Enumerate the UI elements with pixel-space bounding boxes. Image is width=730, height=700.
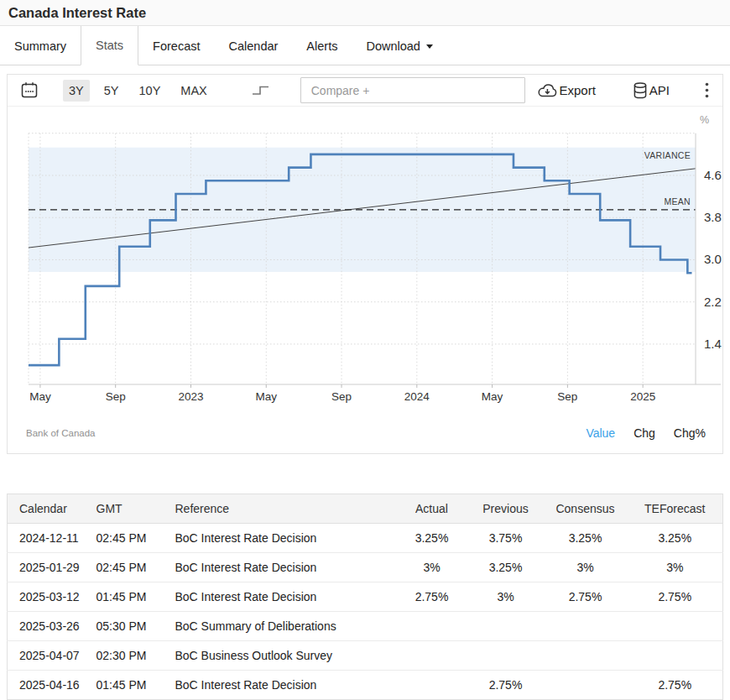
cell-consensus: 3.25%	[544, 524, 628, 553]
link-chgpct[interactable]: Chg%	[674, 426, 706, 440]
cell-gmt: 01:45 PM	[96, 671, 175, 700]
x-tick-label: 2025	[630, 390, 655, 403]
column-header-reference: Reference	[175, 494, 396, 524]
link-chg[interactable]: Chg	[634, 426, 655, 440]
table-row[interactable]: 2025-03-2605:30 PMBoC Summary of Deliber…	[8, 612, 723, 641]
cell-consensus	[544, 612, 628, 641]
cell-gmt: 05:30 PM	[96, 612, 175, 641]
kebab-menu-icon	[705, 82, 709, 98]
cell-teforecast: 3%	[628, 553, 723, 582]
title-bar: Canada Interest Rate	[0, 0, 730, 26]
cell-previous: 2.75%	[468, 671, 544, 700]
x-tick-label: May	[29, 390, 51, 403]
range-5y-button[interactable]: 5Y	[98, 80, 125, 102]
column-header-gmt: GMT	[96, 494, 175, 524]
column-header-previous: Previous	[468, 494, 544, 524]
calendar-table-header: CalendarGMTReferenceActualPreviousConsen…	[8, 494, 723, 524]
tab-label: Alerts	[306, 39, 337, 53]
tab-calendar[interactable]: Calendar	[215, 26, 293, 65]
cell-actual	[396, 671, 468, 700]
column-header-teforecast: TEForecast	[628, 494, 723, 524]
x-tick-label: May	[482, 390, 503, 403]
export-button[interactable]: Export	[536, 82, 595, 99]
cell-previous	[468, 641, 544, 671]
page-title: Canada Interest Rate	[8, 5, 146, 21]
range-10y-button[interactable]: 10Y	[133, 80, 167, 102]
tab-label: Calendar	[229, 39, 279, 53]
cell-consensus	[544, 641, 628, 671]
y-tick-label: 1.4	[704, 337, 722, 351]
cell-calendar: 2024-12-11	[8, 524, 96, 553]
step-line-icon	[252, 84, 270, 97]
cell-actual: 3.25%	[396, 524, 468, 553]
cell-gmt: 02:45 PM	[96, 553, 175, 582]
cell-gmt: 02:45 PM	[96, 524, 175, 553]
cell-actual	[396, 641, 468, 671]
date-range-calendar-button[interactable]	[19, 81, 39, 101]
cell-reference: BoC Interest Rate Decision	[175, 553, 396, 582]
cell-previous: 3.25%	[468, 553, 544, 582]
cell-reference: BoC Interest Rate Decision	[175, 671, 396, 700]
cell-calendar: 2025-03-12	[8, 582, 96, 612]
chart-footer: Bank of Canada ValueChgChg%	[8, 417, 722, 453]
table-row[interactable]: 2025-03-1201:45 PMBoC Interest Rate Deci…	[8, 582, 723, 612]
cell-reference: BoC Business Outlook Survey	[175, 641, 396, 671]
cell-teforecast	[628, 641, 723, 671]
cell-previous: 3.75%	[468, 524, 544, 553]
api-button[interactable]: API	[631, 81, 670, 100]
column-header-calendar: Calendar	[8, 494, 96, 524]
tab-label: Stats	[96, 39, 123, 52]
y-tick-label: 4.6	[704, 168, 722, 182]
y-tick-label: 2.2	[704, 295, 722, 309]
cell-reference: BoC Interest Rate Decision	[175, 524, 396, 553]
tab-forecast[interactable]: Forecast	[138, 26, 214, 65]
range-max-button[interactable]: MAX	[175, 80, 212, 102]
tab-stats[interactable]: Stats	[81, 26, 138, 65]
tab-label: Forecast	[153, 39, 200, 53]
more-options-button[interactable]	[703, 81, 711, 100]
cell-teforecast: 3.25%	[628, 524, 723, 553]
compare-input[interactable]	[300, 77, 525, 103]
column-header-actual: Actual	[396, 494, 468, 524]
cell-teforecast	[628, 612, 723, 641]
y-tick-label: 3.8	[704, 210, 722, 224]
chart-area[interactable]: % MaySep2023MaySep2024MaySep20254.63.83.…	[8, 107, 722, 417]
tab-label: Summary	[14, 39, 66, 53]
cell-previous	[468, 612, 544, 641]
cell-calendar: 2025-01-29	[8, 553, 96, 582]
series-mode-links: ValueChgChg%	[586, 426, 706, 440]
tab-summary[interactable]: Summary	[0, 26, 81, 65]
x-tick-label: 2024	[404, 390, 430, 403]
database-icon	[631, 81, 649, 100]
cloud-download-icon	[536, 82, 559, 99]
cell-teforecast: 2.75%	[628, 582, 723, 612]
tab-download[interactable]: Download	[352, 26, 447, 65]
x-tick-label: Sep	[106, 390, 126, 403]
chart-source: Bank of Canada	[26, 428, 95, 438]
cell-teforecast: 2.75%	[628, 671, 723, 700]
y-tick-label: 3.0	[704, 252, 722, 266]
table-row[interactable]: 2025-04-1601:45 PMBoC Interest Rate Deci…	[8, 671, 723, 700]
cell-gmt: 01:45 PM	[96, 582, 175, 612]
cell-consensus: 2.75%	[544, 582, 628, 612]
table-row[interactable]: 2025-01-2902:45 PMBoC Interest Rate Deci…	[8, 553, 723, 582]
tab-alerts[interactable]: Alerts	[292, 26, 352, 65]
range-3y-button[interactable]: 3Y	[63, 80, 90, 102]
cell-actual	[396, 612, 468, 641]
table-row[interactable]: 2024-12-1102:45 PMBoC Interest Rate Deci…	[8, 524, 723, 553]
cell-consensus	[544, 671, 628, 700]
table-row[interactable]: 2025-04-0702:30 PMBoC Business Outlook S…	[8, 641, 723, 671]
link-value[interactable]: Value	[586, 426, 615, 440]
x-tick-label: 2023	[178, 390, 203, 403]
calendar-table: CalendarGMTReferenceActualPreviousConsen…	[7, 494, 723, 700]
step-line-style-button[interactable]	[252, 84, 270, 97]
calendar-icon	[19, 81, 39, 101]
chart-panel: 3Y5Y10YMAX Export API	[7, 74, 723, 454]
x-tick-label: Sep	[331, 390, 352, 403]
export-label: Export	[559, 83, 595, 97]
cell-previous: 3%	[468, 582, 544, 612]
mean-label: MEAN	[664, 196, 691, 206]
range-selector: 3Y5Y10YMAX	[63, 80, 213, 102]
column-header-consensus: Consensus	[544, 494, 628, 524]
cell-calendar: 2025-03-26	[8, 612, 96, 641]
